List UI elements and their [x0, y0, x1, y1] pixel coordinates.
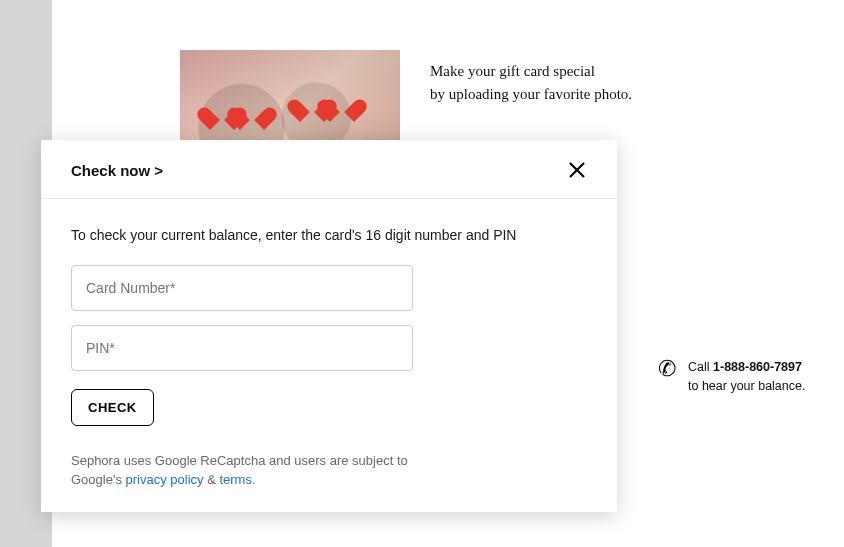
call-balance-block: 𝄐 ✆ Call 1-888-860-7897 to hear your bal…: [658, 358, 805, 396]
modal-header: Check now >: [41, 140, 617, 199]
call-sub: to hear your balance.: [688, 379, 805, 393]
check-button[interactable]: CHECK: [71, 389, 154, 426]
modal-body: To check your current balance, enter the…: [41, 199, 617, 512]
terms-link[interactable]: terms: [219, 472, 252, 487]
modal-title: Check now >: [71, 162, 163, 179]
card-number-input[interactable]: [71, 265, 413, 311]
privacy-policy-link[interactable]: privacy policy: [126, 472, 204, 487]
phone-icon: ✆: [658, 358, 676, 380]
close-button[interactable]: [565, 158, 589, 182]
legal-suffix: .: [252, 472, 256, 487]
call-number: 1-888-860-7897: [713, 360, 802, 374]
promo-line-2: by uploading your favorite photo.: [430, 83, 632, 106]
call-text: Call 1-888-860-7897 to hear your balance…: [688, 358, 805, 396]
modal-instructions: To check your current balance, enter the…: [71, 227, 587, 243]
check-balance-modal: Check now > To check your current balanc…: [41, 140, 617, 512]
recaptcha-legal: Sephora uses Google ReCaptcha and users …: [71, 452, 411, 490]
pin-input[interactable]: [71, 325, 413, 371]
promo-line-1: Make your gift card special: [430, 60, 632, 83]
close-icon: [569, 162, 585, 178]
legal-sep: &: [204, 472, 220, 487]
call-prefix: Call: [688, 360, 713, 374]
